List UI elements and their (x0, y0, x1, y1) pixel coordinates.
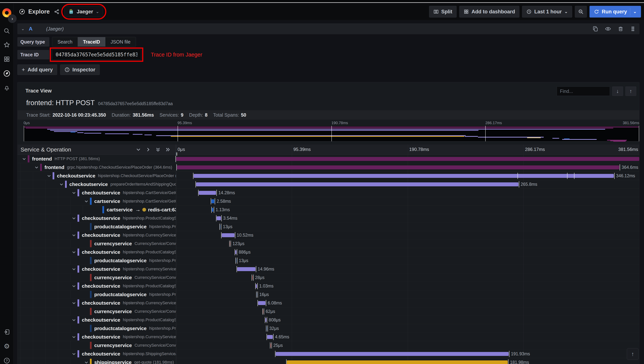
span-timeline-cell[interactable]: 4.65ms (176, 333, 639, 341)
sidebar-expand-button[interactable]: › (8, 14, 17, 23)
span-name-cell[interactable]: productcatalogservicehipstershop.Product… (18, 256, 176, 265)
span-row[interactable]: checkoutservicehipstershop.CurrencyServi… (18, 231, 639, 240)
span-duration-bar[interactable] (287, 360, 508, 364)
minimap-drag-edge[interactable] (24, 126, 24, 141)
alerting-icon[interactable] (0, 84, 14, 91)
span-row[interactable]: productcatalogservicehipstershop.Product… (18, 222, 639, 231)
span-row[interactable]: currencyserviceCurrencyService/Convert (… (18, 240, 639, 248)
span-timeline-cell[interactable]: 886μs (176, 248, 639, 256)
span-name-cell[interactable]: checkoutservicehipstershop.CurrencyServi… (18, 265, 176, 273)
span-name-cell[interactable]: checkoutservicehipstershop.CartService/G… (18, 188, 176, 197)
row-chevron-icon[interactable] (70, 250, 78, 254)
span-duration-bar[interactable] (199, 191, 216, 195)
span-duration-bar[interactable] (211, 199, 215, 203)
delete-query-trash-icon[interactable] (617, 26, 624, 32)
span-name-cell[interactable]: checkoutservicehipstershop.ProductCatalo… (18, 282, 176, 290)
span-name-cell[interactable]: productcatalogservicehipstershop.Product… (18, 324, 176, 332)
span-timeline-cell[interactable]: 32μs (176, 324, 639, 332)
span-duration-bar[interactable] (276, 352, 509, 356)
span-row[interactable]: checkoutservicehipstershop.CartService/G… (18, 188, 639, 197)
search-icon[interactable] (0, 28, 14, 34)
drag-handle-icon[interactable] (630, 26, 636, 32)
span-row[interactable]: shippingserviceget-quote (181.98ms)181.9… (18, 358, 639, 364)
span-timeline-cell[interactable]: 14.96ms (176, 265, 639, 273)
span-row[interactable]: currencyserviceCurrencyService/Convert (… (18, 307, 639, 316)
span-name-cell[interactable]: productcatalogservicehipstershop.Product… (18, 290, 176, 298)
span-name-cell[interactable]: currencyserviceCurrencyService/Convert (… (18, 240, 176, 248)
span-timeline-cell[interactable]: 13μs (176, 222, 639, 231)
query-row-header[interactable]: ⌄ A (Jaeger) (17, 23, 639, 34)
span-duration-bar[interactable] (271, 344, 271, 348)
span-duration-bar[interactable] (176, 157, 639, 161)
row-chevron-icon[interactable] (70, 233, 78, 237)
zoom-out-button[interactable] (575, 6, 587, 18)
span-duration-bar[interactable] (230, 242, 230, 246)
trace-id-input[interactable] (52, 49, 141, 60)
span-timeline-cell[interactable]: 13μs (176, 256, 639, 265)
datasource-picker[interactable]: Jaeger ⌄ (65, 6, 103, 17)
span-timeline-cell[interactable]: 1.03ms (176, 282, 639, 290)
sign-in-icon[interactable] (0, 328, 14, 335)
span-name-cell[interactable]: checkoutservicehipstershop.ProductCatalo… (18, 316, 176, 324)
inspector-button[interactable]: Inspector (60, 64, 100, 75)
span-name-cell[interactable]: checkoutservicehipstershop.ProductCatalo… (18, 248, 176, 256)
span-duration-bar[interactable] (222, 233, 235, 237)
run-query-button[interactable]: Run query ⌄ (589, 6, 641, 18)
scroll-to-top-button[interactable]: ↑ (627, 348, 638, 360)
span-row[interactable]: currencyserviceCurrencyService/Convert (… (18, 274, 639, 282)
query-type-tab-traceid[interactable]: TraceID (78, 37, 105, 46)
span-name-cell[interactable]: checkoutservicehipstershop.CurrencyServi… (18, 299, 176, 307)
split-button[interactable]: Split (429, 6, 457, 18)
span-name-cell[interactable]: checkoutservicehipstershop.ShippingServi… (18, 350, 176, 358)
add-to-dashboard-button[interactable]: Add to dashboard (459, 6, 519, 18)
span-timeline-cell[interactable]: 14.28ms (176, 188, 639, 197)
span-duration-bar[interactable] (263, 310, 263, 314)
span-row[interactable]: checkoutserviceprepareOrderItemsAndShipp… (18, 180, 639, 188)
find-prev-button[interactable]: ↑ (625, 86, 636, 96)
span-name-cell[interactable]: productcatalogservicehipstershop.Product… (18, 222, 176, 231)
span-duration-bar[interactable] (220, 225, 221, 229)
span-row[interactable]: checkoutservicehipstershop.ProductCatalo… (18, 214, 639, 222)
span-row[interactable]: checkoutservicehipstershop.CurrencyServi… (18, 299, 639, 307)
help-icon[interactable]: ? (0, 357, 14, 364)
expand-one-icon[interactable] (146, 147, 151, 152)
span-row[interactable]: frontendgrpc.hipstershop.CheckoutService… (18, 163, 639, 172)
time-range-picker[interactable]: Last 1 hour ⌄ (522, 6, 572, 18)
span-timeline-cell[interactable]: 364.6ms (176, 163, 639, 172)
span-duration-bar[interactable] (236, 259, 236, 263)
span-row[interactable]: cartservicehipstershop.CartService/GetCa… (18, 197, 639, 206)
span-row[interactable]: checkoutservicehipstershop.ProductCatalo… (18, 282, 639, 290)
span-row[interactable]: checkoutservicehipstershop.CurrencyServi… (18, 265, 639, 274)
row-chevron-icon[interactable] (83, 199, 90, 203)
span-name-cell[interactable]: currencyserviceCurrencyService/Convert (… (18, 341, 176, 350)
span-name-cell[interactable]: checkoutservicehipstershop.ProductCatalo… (18, 214, 176, 222)
span-timeline-cell[interactable]: 191.93ms (176, 350, 639, 358)
span-row[interactable]: productcatalogservicehipstershop.Product… (18, 324, 639, 333)
span-name-cell[interactable]: checkoutserviceprepareOrderItemsAndShipp… (18, 180, 176, 188)
collapse-all-icon[interactable] (156, 147, 160, 152)
collapse-one-icon[interactable] (136, 147, 141, 152)
span-duration-bar[interactable] (252, 276, 253, 280)
explore-nav-icon[interactable] (0, 70, 14, 77)
collapse-chevron-icon[interactable]: ⌄ (21, 26, 25, 31)
row-chevron-icon[interactable] (70, 191, 78, 195)
span-duration-bar[interactable] (267, 326, 267, 330)
span-duration-bar[interactable] (212, 208, 213, 212)
span-timeline-cell[interactable]: 346.12ms (176, 172, 639, 180)
span-row[interactable]: checkoutservicehipstershop.CheckoutServi… (18, 172, 639, 180)
span-timeline-cell[interactable]: 265.8ms (176, 180, 639, 188)
span-duration-bar[interactable] (256, 284, 257, 288)
span-timeline-cell[interactable]: 10.52ms (176, 231, 639, 239)
span-name-cell[interactable]: cartservice→redis-cart:6379HGET (1.13ms) (18, 206, 176, 214)
row-chevron-icon[interactable] (70, 335, 78, 339)
dashboards-icon[interactable] (0, 56, 14, 62)
span-duration-bar[interactable] (217, 216, 221, 220)
span-duration-bar[interactable] (258, 301, 265, 305)
row-chevron-icon[interactable] (33, 165, 40, 170)
row-chevron-icon[interactable] (21, 157, 28, 161)
column-resize-handle[interactable]: ‖ (176, 152, 177, 157)
find-input[interactable] (557, 86, 610, 96)
span-name-cell[interactable]: shippingserviceget-quote (181.98ms) (18, 358, 176, 364)
row-chevron-icon[interactable] (70, 301, 78, 305)
row-chevron-icon[interactable] (70, 267, 78, 271)
